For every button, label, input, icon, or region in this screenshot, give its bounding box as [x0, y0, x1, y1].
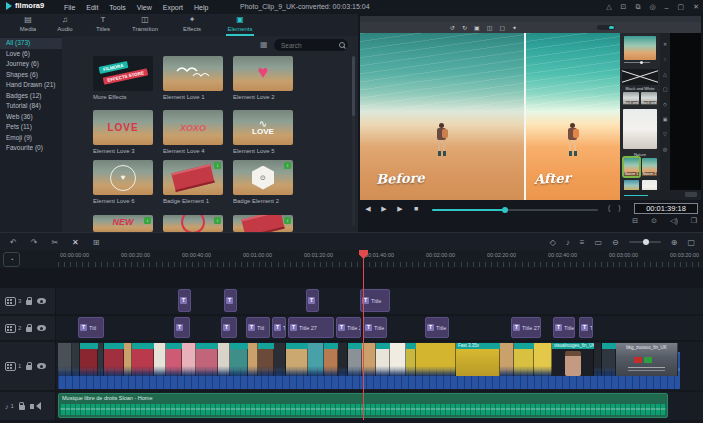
mixer-icon[interactable]: ≡	[580, 238, 585, 247]
volume-icon[interactable]: ◁)	[670, 217, 678, 225]
title-clip[interactable]: TTitl	[78, 317, 104, 338]
crop-icon[interactable]: ⊞	[93, 238, 100, 247]
menu-help[interactable]: Help	[194, 4, 208, 11]
title-clip[interactable]: T	[178, 289, 191, 312]
stop-button[interactable]: ■	[408, 205, 424, 213]
video-clip[interactable]	[390, 343, 406, 376]
redo-icon[interactable]: ↷	[31, 238, 38, 247]
video-clip[interactable]	[182, 343, 196, 376]
timeline-zoom-slider[interactable]	[629, 241, 661, 243]
toggle-visibility-icon[interactable]	[37, 298, 46, 304]
toggle-visibility-icon[interactable]	[37, 325, 46, 331]
title-clip[interactable]: T	[174, 317, 190, 338]
title-clip[interactable]: TTitle 2	[336, 317, 361, 338]
zoom-in-icon[interactable]: ⊕	[671, 238, 678, 247]
screen-record-icon[interactable]: ▭	[594, 238, 602, 247]
video-clip[interactable]	[248, 343, 258, 376]
previous-frame-button[interactable]: ◀	[360, 205, 376, 213]
title-clip[interactable]: TTitl	[246, 317, 270, 338]
video-clip[interactable]	[338, 343, 348, 376]
video-clip[interactable]	[534, 343, 552, 376]
title-clip[interactable]: TTitle 27	[288, 317, 334, 338]
menu-file[interactable]: File	[64, 4, 75, 11]
maximize-button[interactable]: ▢	[678, 3, 685, 11]
menu-edit[interactable]: Edit	[86, 4, 98, 11]
timeline-ruler[interactable]: ◔ 00:00:00:0000:00:20:0000:00:40:0000:01…	[0, 250, 703, 268]
video-clip[interactable]	[308, 343, 324, 376]
sidebar-item-tutorial[interactable]: Tutorial (84)	[0, 101, 62, 112]
grid-item[interactable]: ↓Badge Element 1	[163, 160, 223, 204]
tab-effects[interactable]: ✦Effects	[170, 16, 214, 33]
mute-track-icon[interactable]	[30, 404, 34, 409]
minimize-button[interactable]: –	[665, 4, 669, 11]
delete-icon[interactable]: ✕	[72, 238, 79, 247]
title-clip[interactable]: TTitle	[553, 317, 575, 338]
video-clip[interactable]	[500, 343, 514, 376]
menu-tools[interactable]: Tools	[109, 4, 125, 11]
video-clip[interactable]	[274, 343, 286, 376]
split-scissors-icon[interactable]: ✂	[51, 238, 58, 247]
sidebar-item-favourite[interactable]: Favourite (0)	[0, 143, 62, 154]
grid-view-icon[interactable]: ▦	[260, 40, 268, 49]
title-clip[interactable]: T	[224, 289, 237, 312]
layout-icon[interactable]: ⧉	[635, 3, 640, 11]
marker-icon[interactable]: ◇	[550, 238, 556, 247]
grid-item[interactable]: ⊙↓Badge Element 2	[233, 160, 293, 204]
sidebar-item-journey[interactable]: Journey (6)	[0, 59, 62, 70]
lock-track-icon[interactable]	[26, 365, 32, 370]
sidebar-item-pets[interactable]: Pets (11)	[0, 122, 62, 133]
play-button[interactable]: ▶	[376, 205, 392, 213]
grid-item[interactable]: ♥Element Love 6	[93, 160, 153, 204]
grid-item[interactable]: FILMORAEFFECTS STOREMore Effects	[93, 56, 153, 100]
video-clip[interactable]	[362, 343, 376, 376]
video-clip[interactable]	[124, 343, 132, 376]
sidebar-item-hand[interactable]: Hand Drawn (21)	[0, 80, 62, 91]
next-frame-button[interactable]: ▶	[392, 205, 408, 213]
grid-item[interactable]: ♥Element Love 2	[233, 56, 293, 100]
grid-item[interactable]: LOVE∿Element Love 5	[233, 110, 293, 154]
title-clip[interactable]: TTitle	[360, 289, 390, 312]
undo-icon[interactable]: ↶	[10, 238, 17, 247]
menu-view[interactable]: View	[137, 4, 152, 11]
seek-knob[interactable]	[502, 207, 508, 213]
toggle-visibility-icon[interactable]	[37, 363, 46, 369]
grid-item[interactable]: Element Love 1	[163, 56, 223, 100]
video-clip[interactable]	[218, 343, 230, 376]
tab-titles[interactable]: TTitles	[81, 16, 125, 33]
preview-seekbar[interactable]	[432, 209, 598, 211]
device-icon[interactable]: ⊡	[621, 3, 627, 11]
title-clip[interactable]: T	[306, 289, 319, 312]
lock-track-icon[interactable]	[19, 405, 25, 410]
lock-track-icon[interactable]	[26, 327, 32, 332]
search-input[interactable]	[279, 41, 339, 50]
search-box[interactable]	[274, 39, 348, 51]
title-clip[interactable]: T	[221, 317, 237, 338]
video-clip[interactable]	[58, 343, 72, 376]
fit-timeline-icon[interactable]: ▢	[687, 238, 695, 247]
grid-item[interactable]: LOVEElement Love 3	[93, 110, 153, 154]
voiceover-mic-icon[interactable]: ♪	[566, 238, 570, 247]
title-clip[interactable]: TTitle 27	[511, 317, 541, 338]
video-clip[interactable]	[416, 343, 456, 376]
video-clip[interactable]	[154, 343, 166, 376]
title-clip[interactable]: TTitle	[363, 317, 387, 338]
sidebar-item-badges[interactable]: Badges (12)	[0, 91, 62, 102]
grid-item[interactable]: ↓	[163, 215, 223, 232]
menu-export[interactable]: Export	[163, 4, 183, 11]
timecode-settings-icon[interactable]: ◔	[3, 252, 20, 267]
sidebar-item-shapes[interactable]: Shapes (6)	[0, 70, 62, 81]
grid-scrollbar[interactable]	[352, 56, 355, 226]
account-icon[interactable]: ◎	[649, 3, 655, 11]
grid-item[interactable]: NEW↓	[93, 215, 153, 232]
sidebar-item-web[interactable]: Web (36)	[0, 112, 62, 123]
display-device-icon[interactable]: ⊟	[632, 217, 638, 225]
snapshot-camera-icon[interactable]: ⊙	[651, 217, 657, 225]
mark-in-out-icon[interactable]: ( )	[608, 204, 624, 211]
grid-item[interactable]: XOXOElement Love 4	[163, 110, 223, 154]
sidebar-item-love[interactable]: Love (6)	[0, 49, 62, 60]
sidebar-item-emoji[interactable]: Emoji (9)	[0, 133, 62, 144]
title-clip[interactable]: TTi	[579, 317, 593, 338]
fullscreen-icon[interactable]: ❒	[691, 217, 697, 225]
video-clip[interactable]	[594, 343, 602, 376]
background-clip[interactable]: bkg_zoosoo_fin_UK	[616, 343, 678, 376]
